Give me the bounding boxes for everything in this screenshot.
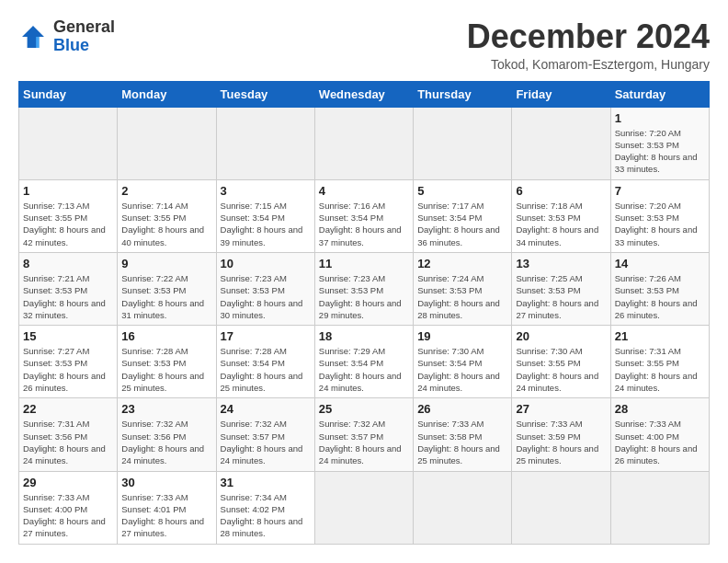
calendar-cell: 1Sunrise: 7:13 AMSunset: 3:55 PMDaylight… <box>19 179 118 252</box>
day-info: Sunrise: 7:15 AMSunset: 3:54 PMDaylight:… <box>221 200 311 248</box>
calendar-cell: 22Sunrise: 7:31 AMSunset: 3:56 PMDayligh… <box>19 398 118 471</box>
calendar-cell: 7Sunrise: 7:20 AMSunset: 3:53 PMDaylight… <box>610 179 709 252</box>
calendar-week-2: 8Sunrise: 7:21 AMSunset: 3:53 PMDaylight… <box>19 252 710 325</box>
calendar-cell: 23Sunrise: 7:32 AMSunset: 3:56 PMDayligh… <box>118 398 216 471</box>
calendar-cell <box>216 107 314 179</box>
calendar-cell: 9Sunrise: 7:22 AMSunset: 3:53 PMDaylight… <box>118 252 216 325</box>
day-number: 10 <box>221 257 311 270</box>
day-info: Sunrise: 7:27 AMSunset: 3:53 PMDaylight:… <box>23 345 113 394</box>
calendar-week-5: 29Sunrise: 7:33 AMSunset: 4:00 PMDayligh… <box>19 471 710 544</box>
calendar-cell: 24Sunrise: 7:32 AMSunset: 3:57 PMDayligh… <box>216 398 314 471</box>
day-info: Sunrise: 7:18 AMSunset: 3:53 PMDaylight:… <box>516 200 606 248</box>
calendar-week-4: 22Sunrise: 7:31 AMSunset: 3:56 PMDayligh… <box>19 398 710 471</box>
day-info: Sunrise: 7:33 AMSunset: 4:00 PMDaylight:… <box>23 491 113 540</box>
day-info: Sunrise: 7:26 AMSunset: 3:53 PMDaylight:… <box>615 272 705 321</box>
day-info: Sunrise: 7:33 AMSunset: 4:00 PMDaylight:… <box>615 418 705 466</box>
day-number: 7 <box>615 184 705 198</box>
calendar-week-3: 15Sunrise: 7:27 AMSunset: 3:53 PMDayligh… <box>19 326 710 398</box>
day-number: 15 <box>23 329 113 343</box>
day-number: 9 <box>121 257 211 270</box>
calendar-table: Sunday Monday Tuesday Wednesday Thursday… <box>18 81 710 545</box>
calendar-cell <box>610 471 709 544</box>
day-info: Sunrise: 7:25 AMSunset: 3:53 PMDaylight:… <box>516 272 606 321</box>
col-saturday: Saturday <box>610 81 709 107</box>
calendar-cell: 11Sunrise: 7:23 AMSunset: 3:53 PMDayligh… <box>314 252 413 325</box>
day-number: 14 <box>615 257 705 270</box>
calendar-cell: 21Sunrise: 7:31 AMSunset: 3:55 PMDayligh… <box>610 326 709 398</box>
calendar-cell: 5Sunrise: 7:17 AMSunset: 3:54 PMDaylight… <box>414 179 512 252</box>
day-number: 26 <box>417 402 507 416</box>
calendar-cell: 6Sunrise: 7:18 AMSunset: 3:53 PMDaylight… <box>512 179 610 252</box>
day-info: Sunrise: 7:20 AMSunset: 3:53 PMDaylight:… <box>615 127 705 176</box>
day-number: 3 <box>221 184 311 198</box>
day-info: Sunrise: 7:13 AMSunset: 3:55 PMDaylight:… <box>23 200 113 248</box>
calendar-cell: 29Sunrise: 7:33 AMSunset: 4:00 PMDayligh… <box>19 471 118 544</box>
logo: General Blue <box>18 18 115 55</box>
day-number: 11 <box>319 257 409 270</box>
calendar-cell: 27Sunrise: 7:33 AMSunset: 3:59 PMDayligh… <box>512 398 610 471</box>
calendar-cell: 15Sunrise: 7:27 AMSunset: 3:53 PMDayligh… <box>19 326 118 398</box>
header-row: Sunday Monday Tuesday Wednesday Thursday… <box>19 81 710 107</box>
calendar-cell: 20Sunrise: 7:30 AMSunset: 3:55 PMDayligh… <box>512 326 610 398</box>
day-info: Sunrise: 7:29 AMSunset: 3:54 PMDaylight:… <box>319 345 409 394</box>
day-info: Sunrise: 7:16 AMSunset: 3:54 PMDaylight:… <box>319 200 409 248</box>
calendar-cell <box>414 107 512 179</box>
logo-text: General Blue <box>53 18 115 55</box>
day-info: Sunrise: 7:31 AMSunset: 3:56 PMDaylight:… <box>23 418 113 466</box>
day-number: 19 <box>417 329 507 343</box>
col-sunday: Sunday <box>19 81 118 107</box>
day-info: Sunrise: 7:34 AMSunset: 4:02 PMDaylight:… <box>221 491 311 540</box>
day-info: Sunrise: 7:21 AMSunset: 3:53 PMDaylight:… <box>23 272 113 321</box>
svg-marker-0 <box>22 26 44 48</box>
day-number: 2 <box>121 184 211 198</box>
day-number: 29 <box>23 476 113 489</box>
day-number: 20 <box>516 329 606 343</box>
day-number: 25 <box>319 402 409 416</box>
day-info: Sunrise: 7:28 AMSunset: 3:54 PMDaylight:… <box>221 345 311 394</box>
logo-general: General <box>53 18 115 37</box>
day-number: 12 <box>417 257 507 270</box>
day-number: 8 <box>23 257 113 270</box>
day-info: Sunrise: 7:17 AMSunset: 3:54 PMDaylight:… <box>417 200 507 248</box>
day-number: 18 <box>319 329 409 343</box>
calendar-cell: 10Sunrise: 7:23 AMSunset: 3:53 PMDayligh… <box>216 252 314 325</box>
calendar-cell: 14Sunrise: 7:26 AMSunset: 3:53 PMDayligh… <box>610 252 709 325</box>
day-info: Sunrise: 7:33 AMSunset: 3:58 PMDaylight:… <box>417 418 507 466</box>
calendar-cell: 18Sunrise: 7:29 AMSunset: 3:54 PMDayligh… <box>314 326 413 398</box>
day-number: 13 <box>516 257 606 270</box>
calendar-cell: 28Sunrise: 7:33 AMSunset: 4:00 PMDayligh… <box>610 398 709 471</box>
day-info: Sunrise: 7:32 AMSunset: 3:56 PMDaylight:… <box>121 418 211 466</box>
day-number: 16 <box>121 329 211 343</box>
title-section: December 2024 Tokod, Komarom-Esztergom, … <box>467 18 710 72</box>
calendar-cell: 4Sunrise: 7:16 AMSunset: 3:54 PMDaylight… <box>314 179 413 252</box>
day-info: Sunrise: 7:22 AMSunset: 3:53 PMDaylight:… <box>121 272 211 321</box>
day-info: Sunrise: 7:28 AMSunset: 3:53 PMDaylight:… <box>121 345 211 394</box>
calendar-cell: 30Sunrise: 7:33 AMSunset: 4:01 PMDayligh… <box>118 471 216 544</box>
day-info: Sunrise: 7:14 AMSunset: 3:55 PMDaylight:… <box>121 200 211 248</box>
day-info: Sunrise: 7:30 AMSunset: 3:54 PMDaylight:… <box>417 345 507 394</box>
day-number: 28 <box>615 402 705 416</box>
day-info: Sunrise: 7:32 AMSunset: 3:57 PMDaylight:… <box>319 418 409 466</box>
col-monday: Monday <box>118 81 216 107</box>
col-wednesday: Wednesday <box>314 81 413 107</box>
calendar-cell <box>19 107 118 179</box>
calendar-cell: 17Sunrise: 7:28 AMSunset: 3:54 PMDayligh… <box>216 326 314 398</box>
calendar-cell <box>512 471 610 544</box>
day-number: 1 <box>23 184 113 198</box>
month-title: December 2024 <box>467 18 710 55</box>
calendar-cell: 16Sunrise: 7:28 AMSunset: 3:53 PMDayligh… <box>118 326 216 398</box>
calendar-week-0: 1Sunrise: 7:20 AMSunset: 3:53 PMDaylight… <box>19 107 710 179</box>
day-number: 23 <box>121 402 211 416</box>
calendar-cell: 13Sunrise: 7:25 AMSunset: 3:53 PMDayligh… <box>512 252 610 325</box>
day-number: 17 <box>221 329 311 343</box>
calendar-cell: 1Sunrise: 7:20 AMSunset: 3:53 PMDaylight… <box>610 107 709 179</box>
day-info: Sunrise: 7:30 AMSunset: 3:55 PMDaylight:… <box>516 345 606 394</box>
calendar-cell: 2Sunrise: 7:14 AMSunset: 3:55 PMDaylight… <box>118 179 216 252</box>
day-info: Sunrise: 7:23 AMSunset: 3:53 PMDaylight:… <box>319 272 409 321</box>
calendar-cell: 31Sunrise: 7:34 AMSunset: 4:02 PMDayligh… <box>216 471 314 544</box>
day-number: 22 <box>23 402 113 416</box>
day-number: 30 <box>121 476 211 489</box>
col-friday: Friday <box>512 81 610 107</box>
day-info: Sunrise: 7:23 AMSunset: 3:53 PMDaylight:… <box>221 272 311 321</box>
day-number: 5 <box>417 184 507 198</box>
